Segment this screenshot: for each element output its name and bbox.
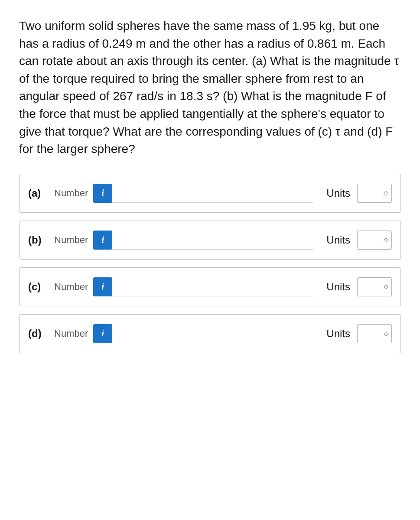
info-button-d[interactable]: i: [93, 324, 112, 343]
units-label-a: Units: [326, 187, 350, 199]
info-button-b[interactable]: i: [93, 231, 112, 250]
units-label-d: Units: [326, 328, 350, 340]
units-select-b[interactable]: [357, 231, 392, 250]
number-input-c[interactable]: [112, 277, 313, 296]
number-placeholder-a: Number: [54, 188, 88, 199]
answer-row-a: (a) Number i Units: [19, 174, 401, 213]
answer-row-d: (d) Number i Units: [19, 314, 401, 353]
info-button-c[interactable]: i: [93, 277, 112, 296]
units-label-b: Units: [326, 234, 350, 246]
info-button-a[interactable]: i: [93, 184, 112, 203]
number-input-d[interactable]: [112, 324, 313, 343]
page-container: Two uniform solid spheres have the same …: [0, 0, 420, 520]
row-left-b: (b) Number i Units: [28, 231, 392, 250]
units-select-d[interactable]: [357, 324, 392, 343]
row-left-c: (c) Number i Units: [28, 277, 392, 296]
number-placeholder-b: Number: [54, 234, 88, 246]
row-label-d: (d): [28, 328, 54, 340]
answer-row-c: (c) Number i Units: [19, 267, 401, 306]
units-select-a[interactable]: [357, 184, 392, 203]
units-select-c[interactable]: [357, 277, 392, 296]
row-label-b: (b): [28, 234, 54, 246]
number-placeholder-d: Number: [54, 328, 88, 339]
row-left-d: (d) Number i Units: [28, 324, 392, 343]
units-select-wrapper-c: [357, 277, 392, 296]
units-select-wrapper-a: [357, 184, 392, 203]
units-label-c: Units: [326, 281, 350, 293]
question-text: Two uniform solid spheres have the same …: [19, 17, 401, 158]
number-input-a[interactable]: [112, 184, 313, 203]
units-select-wrapper-b: [357, 231, 392, 250]
row-left-a: (a) Number i Units: [28, 184, 392, 203]
units-select-wrapper-d: [357, 324, 392, 343]
number-input-b[interactable]: [112, 231, 313, 250]
answer-row-b: (b) Number i Units: [19, 221, 401, 260]
number-placeholder-c: Number: [54, 281, 88, 292]
row-label-c: (c): [28, 281, 54, 293]
row-label-a: (a): [28, 187, 54, 199]
